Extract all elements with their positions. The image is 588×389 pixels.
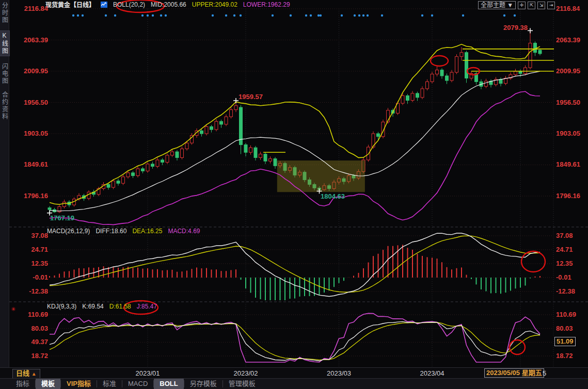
tab-manage-templates[interactable]: 管理模板	[223, 379, 261, 389]
macd-tick-label: 24.71	[556, 246, 573, 253]
svg-text:1959.57: 1959.57	[239, 93, 263, 101]
kdj-tick-label: 18.72	[17, 352, 48, 360]
top-right-controls: 全部主题 ▼ ✛ ⇱ ⇲ ⇥	[478, 1, 555, 9]
macd-macd-value: MACD:4.69	[168, 228, 200, 235]
price-tick-label: 2009.95	[556, 67, 580, 75]
left-sidebar: 分时图 K线图 闪电图 合约资料	[0, 0, 9, 367]
date-overflow-digit: 5	[543, 369, 546, 377]
kdj-d-value: D:61.58	[109, 303, 131, 310]
symbol-title: 现货黄金【日线】	[45, 0, 95, 9]
macd-tick-label: -12.38	[556, 287, 575, 295]
current-date-badge: 2023/05/05 星期五	[484, 368, 544, 378]
macd-panel-header: MACD(26,12,9) DIFF:18.60 DEA:16.25 MACD:…	[47, 228, 200, 235]
price-tick-label: 1903.05	[17, 129, 48, 137]
macd-indicator-label: MACD(26,12,9)	[47, 228, 90, 235]
price-tick-label: 2009.95	[17, 67, 48, 75]
svg-text:2079.38: 2079.38	[503, 24, 528, 31]
macd-tick-label: 37.08	[17, 232, 48, 239]
price-tick-label: 1796.16	[17, 192, 48, 200]
price-tick-label: 1849.61	[556, 160, 580, 168]
trading-app-window: 2079.381959.571804.631767.19 分时图 K线图 闪电图…	[0, 0, 588, 389]
price-tick-label: 1956.50	[17, 99, 48, 106]
expand-axis-icon[interactable]: ⇲	[537, 2, 545, 9]
sidebar-item-contract-info[interactable]: 合约资料	[0, 91, 9, 120]
triangle-up-icon: ▲	[31, 371, 37, 377]
theme-dropdown[interactable]: 全部主题 ▼	[478, 1, 516, 9]
compress-axis-icon[interactable]: ⇱	[528, 2, 535, 9]
macd-tick-label: -0.01	[556, 273, 571, 281]
tab-boll[interactable]: BOLL	[154, 379, 183, 389]
price-tick-label: 2063.39	[556, 36, 580, 44]
svg-text:1804.63: 1804.63	[321, 192, 345, 200]
chevron-down-icon: ▼	[507, 2, 513, 9]
sidebar-item-lightning[interactable]: 闪电图	[0, 63, 9, 85]
macd-tick-label: -0.01	[17, 273, 48, 281]
macd-tick-label: 37.08	[556, 232, 573, 239]
tab-standard[interactable]: 标准	[97, 379, 122, 389]
price-tick-label: 1796.16	[556, 192, 580, 200]
macd-tick-label: -12.38	[17, 287, 48, 295]
month-axis-label: 2023/02	[234, 369, 258, 377]
price-tick-label: 1956.50	[556, 99, 580, 106]
price-tick-label: 1903.05	[556, 129, 580, 137]
kdj-tick-label: 49.37	[17, 338, 48, 346]
tab-save-template[interactable]: 另存模板	[184, 379, 223, 389]
boll-mid-value: MID:2005.66	[151, 1, 186, 8]
kdj-tick-label: 80.03	[17, 325, 48, 332]
macd-dea-value: DEA:16.25	[132, 228, 162, 235]
boll-upper-value: UPPER:2049.02	[192, 1, 237, 8]
price-tick-label: 2116.84	[17, 5, 48, 12]
sidebar-item-kline[interactable]: K线图	[0, 30, 10, 56]
tab-vip-indicators[interactable]: VIP指标	[61, 379, 97, 389]
price-tick-label: 2116.84	[556, 5, 580, 12]
tab-macd[interactable]: MACD	[122, 379, 153, 389]
period-selector[interactable]: 日线 ▲	[12, 369, 40, 379]
kdj-tick-label: 110.69	[17, 311, 48, 318]
kdj-panel-header: KDJ(9,3,3) K:69.54 D:61.58 J:85.47	[47, 303, 157, 310]
kdj-current-value-badge: 51.09	[554, 337, 576, 346]
svg-text:1767.19: 1767.19	[50, 214, 74, 222]
macd-tick-label: 12.35	[17, 260, 48, 267]
macd-diff-value: DIFF:18.60	[96, 228, 126, 235]
kdj-tick-label: 110.69	[556, 311, 576, 318]
kdj-indicator-label: KDJ(9,3,3)	[47, 303, 76, 310]
bottom-toolbar: 指标 模板 VIP指标 标准 MACD BOLL 另存模板 管理模板	[0, 378, 588, 389]
price-panel-header: 现货黄金【日线】 BOLL(20,2) MID:2005.66 UPPER:20…	[45, 1, 290, 8]
chart-canvas[interactable]: 2079.381959.571804.631767.19	[0, 0, 588, 389]
boll-lower-value: LOWER:1962.29	[243, 1, 290, 8]
pan-icon[interactable]: ✛	[518, 2, 526, 9]
kline-mini-icon	[101, 2, 107, 8]
kdj-j-value: J:85.47	[137, 303, 157, 310]
macd-tick-label: 12.35	[556, 260, 573, 267]
month-axis-label: 2023/01	[136, 369, 160, 377]
price-tick-label: 1849.61	[17, 160, 48, 168]
boll-indicator-label: BOLL(20,2)	[113, 1, 145, 8]
price-tick-label: 2063.39	[17, 36, 48, 44]
month-axis-label: 2023/04	[420, 369, 444, 377]
time-axis-row: 日线 ▲ 2023/05/05 星期五 5 2023/012023/022023…	[0, 367, 588, 378]
tab-indicators[interactable]: 指标	[10, 379, 35, 389]
month-axis-label: 2023/03	[327, 369, 351, 377]
macd-tick-label: 24.71	[17, 246, 48, 253]
sidebar-item-timeshare[interactable]: 分时图	[0, 2, 9, 24]
kdj-k-value: K:69.54	[82, 303, 103, 310]
shift-axis-icon[interactable]: ⇥	[547, 2, 555, 9]
tab-templates[interactable]: 模板	[36, 379, 60, 389]
kdj-tick-label: 80.03	[556, 325, 573, 332]
kdj-tick-label: 18.72	[556, 352, 573, 360]
marker-star-icon: ✳	[11, 306, 15, 313]
